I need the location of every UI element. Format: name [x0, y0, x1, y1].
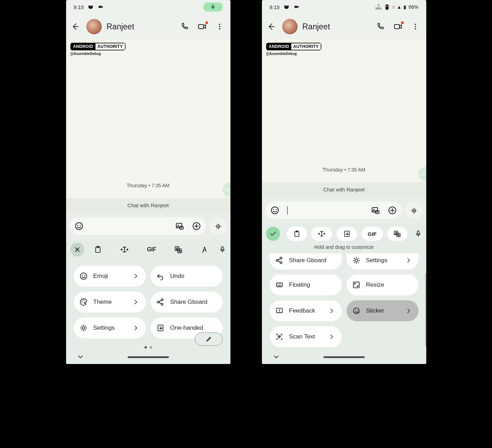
shortcut-emoji[interactable]: Emoji	[74, 266, 146, 287]
chat-header: Ranjeet	[262, 14, 426, 39]
video-call-button[interactable]	[198, 22, 207, 31]
shortcut-settings[interactable]: Settings	[74, 317, 146, 338]
shortcut-settings[interactable]: Settings	[347, 253, 419, 270]
translate-button[interactable]	[387, 227, 407, 241]
voice-message-button[interactable]	[405, 202, 423, 219]
shortcut-share-gboard[interactable]: Share Gboard	[270, 253, 342, 270]
gesture-handle[interactable]	[128, 356, 169, 358]
page-dot-icon	[144, 346, 147, 349]
mic-icon	[414, 230, 422, 238]
watermark-brand-a: ANDROID	[71, 43, 95, 50]
waveform-icon	[410, 206, 418, 215]
phone-left: 9:15 Ranjeet ANDROIDAUTHORITY @AssembleD…	[66, 0, 230, 364]
cast-icon: ⎚	[392, 4, 395, 10]
voice-call-button[interactable]	[180, 22, 188, 31]
text-style-button[interactable]	[200, 245, 209, 254]
shortcut-floating[interactable]: Floating	[270, 274, 342, 295]
chevron-right-icon	[133, 273, 140, 280]
add-icon[interactable]	[388, 206, 397, 215]
back-button[interactable]	[265, 21, 277, 33]
watermark: ANDROIDAUTHORITY @AssembleDebug	[66, 39, 230, 56]
watermark: ANDROIDAUTHORITY @AssembleDebug	[262, 39, 426, 56]
message-composer	[262, 197, 426, 224]
keyboard-panel: GIF Hold and drag to customize Share Gbo…	[262, 224, 426, 364]
watermark-brand-b: AUTHORITY	[291, 43, 321, 50]
shortcut-resize[interactable]: Resize	[347, 274, 419, 295]
gallery-icon[interactable]	[371, 206, 380, 215]
conversation-area[interactable]: ANDROIDAUTHORITY @AssembleDebug Thursday…	[66, 39, 230, 198]
chat-with-banner: Chat with Ranjeet	[66, 198, 230, 212]
conversation-area[interactable]: ANDROIDAUTHORITY @AssembleDebug Thursday…	[262, 39, 426, 182]
phone-icon	[376, 22, 384, 31]
scrollbar[interactable]	[425, 273, 426, 346]
voice-call-button[interactable]	[376, 22, 384, 31]
confirm-toolbar-button[interactable]	[266, 227, 280, 241]
cat-icon	[283, 4, 290, 10]
chat-with-banner: Chat with Ranjeet	[262, 182, 426, 197]
cat-icon	[87, 4, 94, 10]
mic-button[interactable]	[414, 230, 422, 238]
clipboard-button[interactable]	[287, 227, 307, 241]
feedback-icon	[275, 307, 284, 315]
camera-icon	[294, 4, 300, 10]
watermark-brand-b: AUTHORITY	[95, 43, 125, 50]
customize-hint: Hold and drag to customize	[262, 244, 426, 252]
shortcut-theme[interactable]: Theme	[74, 292, 146, 313]
watermark-handle: @AssembleDebug	[70, 52, 226, 56]
contact-name[interactable]: Ranjeet	[107, 22, 175, 31]
contact-avatar[interactable]	[86, 19, 102, 34]
contact-name[interactable]: Ranjeet	[302, 22, 371, 31]
shortcut-feedback[interactable]: Feedback	[270, 300, 342, 321]
back-button[interactable]	[70, 21, 81, 33]
more-button[interactable]	[412, 23, 419, 30]
text-style-icon	[200, 245, 209, 254]
message-input[interactable]	[265, 202, 402, 219]
shortcut-undo[interactable]: Undo	[151, 266, 223, 287]
clipboard-button[interactable]	[94, 245, 102, 254]
translate-button[interactable]	[174, 245, 183, 254]
status-bar: 9:15	[66, 0, 230, 14]
more-vert-icon	[216, 23, 223, 30]
chevron-right-icon	[328, 307, 335, 314]
voice-message-button[interactable]	[209, 217, 227, 235]
gear-icon	[352, 256, 361, 265]
day-stamp: Thursday • 7:35 AM	[66, 183, 230, 188]
add-icon[interactable]	[192, 222, 201, 231]
text-cursor-button[interactable]	[311, 227, 332, 241]
gif-button[interactable]: GIF	[147, 246, 156, 253]
collapse-keyboard-button[interactable]	[272, 353, 280, 361]
more-button[interactable]	[216, 23, 223, 30]
palette-icon	[79, 298, 88, 306]
clipboard-icon	[94, 245, 102, 254]
close-icon	[73, 246, 81, 253]
mic-button[interactable]	[219, 246, 226, 253]
message-input[interactable]	[70, 217, 206, 235]
phone-icon	[180, 22, 188, 31]
battery-percent: 66%	[408, 4, 418, 10]
emoji-icon[interactable]	[270, 206, 279, 215]
gif-button[interactable]: GIF	[362, 227, 383, 241]
gesture-handle[interactable]	[323, 356, 365, 358]
close-toolbar-button[interactable]	[70, 243, 84, 257]
text-cursor-icon	[120, 245, 129, 254]
video-call-button[interactable]	[393, 22, 402, 31]
gallery-icon[interactable]	[175, 222, 184, 231]
translate-icon	[174, 245, 183, 254]
watermark-brand-a: ANDROID	[267, 43, 291, 50]
shortcut-share-gboard[interactable]: Share Gboard	[151, 292, 223, 313]
one-handed-button[interactable]	[337, 227, 357, 241]
shortcut-sticker[interactable]: Sticker	[347, 300, 419, 321]
edit-shortcuts-button[interactable]	[195, 332, 223, 346]
gear-icon	[79, 324, 88, 332]
translate-icon	[393, 230, 401, 238]
wifi-icon: ▲	[397, 4, 402, 10]
shortcut-scan-text[interactable]: Scan Text	[270, 326, 342, 347]
emoji-icon[interactable]	[74, 222, 84, 231]
one-handed-icon	[156, 324, 165, 332]
collapse-keyboard-button[interactable]	[77, 353, 84, 361]
back-arrow-icon	[267, 22, 276, 31]
text-cursor-button[interactable]	[120, 245, 129, 254]
keyboard-panel: GIF Emoji Undo Theme Share Gboard Settin…	[66, 240, 230, 364]
contact-avatar[interactable]	[282, 19, 298, 34]
back-arrow-icon	[71, 22, 80, 31]
